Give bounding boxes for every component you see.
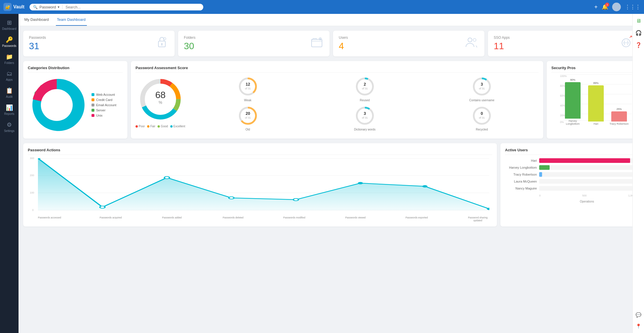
- apps-grid-button[interactable]: ⋮⋮⋮: [625, 4, 641, 10]
- top-nav: 🔐 Vault 🔍 Password ▼ + 🔔 1 ⋮⋮⋮: [0, 0, 644, 14]
- bar-tracy: 25% Tracy Robertson: [609, 108, 629, 125]
- svg-point-47: [164, 176, 170, 179]
- add-button[interactable]: +: [594, 4, 598, 10]
- sidebar-item-passwords[interactable]: 🔑 Passwords: [0, 33, 19, 50]
- app-name: Vault: [13, 4, 24, 10]
- stat-label: Passwords: [29, 36, 46, 40]
- dashboard-icon: ⊞: [7, 19, 12, 26]
- avatar[interactable]: [612, 3, 621, 11]
- metric-weak: 12 of 31 Weak: [191, 76, 304, 102]
- middle-row: Categories Distribution: [23, 61, 639, 139]
- svg-point-49: [293, 198, 299, 201]
- help-icon[interactable]: ❓: [634, 40, 643, 50]
- bar: [588, 85, 604, 122]
- legend-dot: [92, 98, 94, 101]
- au-bar: [539, 158, 630, 163]
- au-row-laura: Laura McQueen: [505, 179, 635, 184]
- stat-card-folders: Folders 30: [178, 31, 330, 56]
- metric-label: Reused: [360, 99, 369, 102]
- stat-card-users: Users 4: [333, 31, 484, 56]
- svg-text:3: 3: [364, 111, 366, 116]
- au-row-hari: Hari: [505, 158, 635, 163]
- tab-my-dashboard[interactable]: My Dashboard: [23, 14, 50, 26]
- assessment-title: Password Assessment Score: [136, 66, 539, 73]
- svg-point-25: [357, 78, 373, 95]
- donut-chart: 68 %: [137, 76, 184, 122]
- legend-item: Good: [158, 125, 168, 128]
- monitor-icon[interactable]: 🖥: [634, 16, 643, 26]
- metric-label: Recycled: [476, 128, 488, 131]
- sidebar-item-label: Apps: [6, 78, 13, 81]
- svg-point-12: [630, 36, 632, 37]
- legend-item: Fair: [147, 125, 155, 128]
- svg-rect-4: [312, 39, 322, 47]
- sidebar-item-settings[interactable]: ⚙ Settings: [0, 118, 19, 135]
- metric-recycled: 0 of 31 Recycled: [425, 105, 539, 131]
- notifications-button[interactable]: 🔔 1: [602, 4, 608, 10]
- search-filter[interactable]: Password ▼: [39, 5, 63, 9]
- folders-stat-icon: [310, 35, 324, 52]
- svg-text:12: 12: [246, 82, 250, 87]
- users-stat-icon: [464, 35, 479, 52]
- svg-point-51: [422, 185, 427, 187]
- sidebar-item-label: Settings: [4, 129, 14, 133]
- svg-point-1: [161, 43, 163, 45]
- sidebar-item-dashboard[interactable]: ⊞ Dashboard: [0, 16, 19, 33]
- legend-label: Poor: [139, 125, 145, 128]
- folders-icon: 📁: [6, 53, 13, 60]
- metrics-grid: 12 of 31 Weak 2 of 31: [191, 76, 539, 131]
- au-user-label: Harvey Longbottom: [505, 166, 537, 169]
- sidebar-item-reports[interactable]: 📊 Reports: [0, 101, 19, 118]
- chat-icon[interactable]: 💬: [634, 310, 643, 319]
- search-input[interactable]: [65, 5, 200, 9]
- search-icon: 🔍: [33, 5, 38, 9]
- svg-text:of 31: of 31: [245, 116, 250, 119]
- location-icon[interactable]: 📍: [634, 322, 643, 331]
- au-bar: [539, 172, 542, 177]
- search-filter-label: Password: [39, 5, 56, 9]
- active-users-chart: Hari Harvey Longbottom Tra: [505, 158, 635, 203]
- legend-label: Fair: [150, 125, 155, 128]
- sidebar-item-label: Passwords: [2, 44, 17, 47]
- sidebar-item-apps[interactable]: 🗂 Apps: [0, 67, 19, 84]
- sidebar-item-label: Audit: [6, 95, 13, 98]
- legend-item: Web Account: [92, 93, 116, 96]
- au-bar-wrap: [539, 179, 635, 184]
- audit-icon: 📋: [6, 87, 13, 94]
- bar-harvey: 90% Harvey Longbottom: [563, 78, 583, 125]
- svg-text:3: 3: [481, 82, 483, 87]
- legend-dot: [92, 114, 94, 117]
- svg-point-41: [474, 108, 490, 124]
- au-bar-wrap: [539, 172, 635, 177]
- passwords-stat-icon: [155, 35, 169, 52]
- au-bar: [539, 165, 550, 170]
- svg-text:of 31: of 31: [362, 87, 368, 90]
- bottom-row: Password Actions 300 200 100 0: [23, 143, 639, 227]
- donut-legend: Poor Fair Good: [136, 125, 185, 128]
- sidebar-item-audit[interactable]: 📋 Audit: [0, 84, 19, 101]
- sso-stat-icon: [619, 35, 634, 52]
- legend-dot: [158, 125, 160, 128]
- sidebar-item-label: Dashboard: [2, 27, 17, 30]
- svg-text:%: %: [158, 100, 162, 105]
- au-row-nancy: Nancy Maguire: [505, 186, 635, 191]
- settings-icon: ⚙: [7, 121, 12, 128]
- line-chart: [38, 158, 489, 210]
- topnav-right: + 🔔 1 ⋮⋮⋮: [594, 3, 641, 11]
- reports-icon: 📊: [6, 104, 13, 111]
- app-logo[interactable]: 🔐 Vault: [3, 3, 24, 11]
- categories-title: Categories Distribution: [28, 66, 123, 73]
- active-users-title: Active Users: [505, 148, 635, 155]
- svg-point-46: [100, 206, 105, 208]
- svg-point-8: [468, 38, 472, 42]
- sidebar-item-folders[interactable]: 📁 Folders: [0, 50, 19, 67]
- tab-team-dashboard[interactable]: Team Dashboard: [56, 14, 87, 26]
- svg-point-9: [473, 38, 476, 41]
- metric-reused: 2 of 31 Reused: [308, 76, 422, 102]
- search-bar[interactable]: 🔍 Password ▼: [30, 4, 203, 10]
- svg-text:of 31: of 31: [479, 87, 485, 90]
- legend-item: Unix: [92, 114, 116, 117]
- stat-value: 30: [184, 41, 195, 51]
- stat-label: Folders: [184, 36, 195, 40]
- headset-icon[interactable]: 🎧: [634, 28, 643, 38]
